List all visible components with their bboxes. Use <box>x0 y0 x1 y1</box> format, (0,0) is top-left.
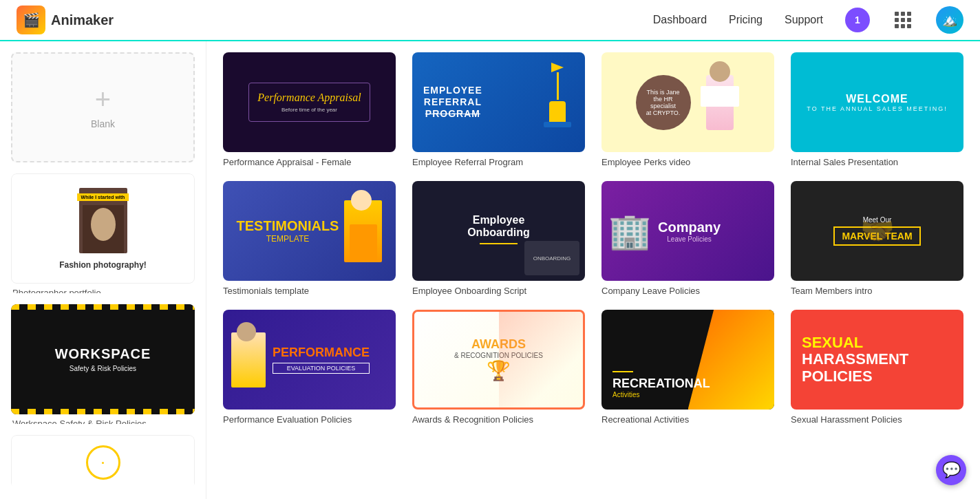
perks-figure <box>699 68 741 137</box>
template-grid-area: Preview Use Performance Appraisal Before… <box>206 41 980 499</box>
photographer-label: Photographer portfolio <box>11 288 195 293</box>
workspace-title: WORKSPACE <box>55 346 151 362</box>
template-thumb-marvel-team[interactable]: Preview Use Meet Our MARVEL TEAM 🤝 <box>791 181 963 281</box>
company-leave-content: 🏢 Company Leave Policies <box>601 207 774 255</box>
notification-badge[interactable]: 1 <box>845 8 870 32</box>
template-name-perf-eval: Performance Evaluation Policies <box>223 414 396 425</box>
notification-icon[interactable]: 1 <box>845 8 870 32</box>
onboarding-img: ONBOARDING <box>524 241 579 275</box>
template-name-testimonials: Testimonials template <box>223 286 396 296</box>
template-item-perf-appraisal[interactable]: Preview Use Performance Appraisal Before… <box>223 52 396 167</box>
workspace-sub: Safety & Risk Policies <box>70 365 136 372</box>
template-item-testimonials[interactable]: Preview Use TESTIMONIALS TEMPLATE <box>223 181 396 296</box>
perf-appraisal-title: Performance Appraisal <box>257 92 361 104</box>
recreational-title: RECREATIONAL <box>612 376 710 391</box>
template-item-company-leave[interactable]: Preview Use 🏢 Company Leave Policies Com… <box>601 181 774 296</box>
workspace-label: Workspace Safety & Risk Policies <box>11 418 195 424</box>
perf-eval-text: PERFORMANCE EVALUATION POLICIES <box>273 346 370 374</box>
onboarding-title: EmployeeOnboarding <box>467 214 530 239</box>
perf-eval-content: PERFORMANCE EVALUATION POLICIES <box>223 324 396 396</box>
internal-sales-content: WELCOME TO THE ANNUAL SALES MEETING! <box>796 82 958 123</box>
awards-accent <box>499 312 584 407</box>
testimonials-figure <box>344 200 382 262</box>
workspace-stripes-bottom <box>11 409 195 414</box>
workspace-stripes-top <box>11 304 195 310</box>
emp-figure <box>544 63 571 127</box>
testimonials-sub: TEMPLATE <box>231 234 344 244</box>
onboarding-line <box>480 243 517 244</box>
avatar[interactable]: 🏔️ <box>936 6 963 34</box>
blank-card[interactable]: + Blank <box>11 52 195 162</box>
template-name-internal-sales: Internal Sales Presentation <box>791 157 963 167</box>
photographer-thumb: While I started with Fashion photography… <box>11 173 195 284</box>
chat-bubble[interactable]: 💬 <box>936 455 966 485</box>
template-name-sexual-harassment: Sexual Harassment Policies <box>791 414 963 425</box>
template-item-employee-referral[interactable]: Preview Use EMPLOYEEREFERRALPROGRAM Empl… <box>412 52 585 167</box>
template-item-awards[interactable]: Preview Use AWARDS & RECOGNITION POLICIE… <box>412 310 585 425</box>
nav-support[interactable]: Support <box>785 14 823 26</box>
internal-sales-sub: TO THE ANNUAL SALES MEETING! <box>807 105 947 112</box>
template-name-awards: Awards & Recognition Policies <box>412 414 585 425</box>
template-thumb-onboarding[interactable]: Preview Use EmployeeOnboarding ONBOARDIN… <box>412 181 585 281</box>
template-item-marvel-team[interactable]: Preview Use Meet Our MARVEL TEAM 🤝 Team … <box>791 181 963 296</box>
perf-eval-title: PERFORMANCE <box>273 346 370 360</box>
apps-grid-icon[interactable] <box>892 9 914 31</box>
sidebar-item-workspace[interactable]: WORKSPACE Safety & Risk Policies Workspa… <box>11 304 195 424</box>
blank-card-inner[interactable]: + Blank <box>11 52 195 162</box>
perf-appraisal-subtitle: Before time of the year <box>257 107 361 113</box>
perf-eval-sub: EVALUATION POLICIES <box>273 363 370 374</box>
sidebar-item-partial[interactable] <box>11 435 195 488</box>
recreational-line <box>612 371 633 372</box>
template-thumb-employee-referral[interactable]: Preview Use EMPLOYEEREFERRALPROGRAM <box>412 52 585 152</box>
marvel-hands-bg: 🤝 <box>791 181 963 281</box>
internal-sales-title: WELCOME <box>807 93 947 105</box>
plus-icon: + <box>95 85 111 113</box>
building-icon: 🏢 <box>608 214 651 248</box>
company-leave-sub: Leave Policies <box>658 235 721 243</box>
flag-pole <box>557 72 559 100</box>
recreational-sub: Activities <box>612 391 710 399</box>
sexual-harassment-title: SEXUALHARASSMENTPOLICIES <box>802 335 908 385</box>
template-item-perf-eval[interactable]: Preview Use PERFORMANCE EVALUATION POLIC… <box>223 310 396 425</box>
sidebar: + Blank While I started with Fashion pho… <box>0 41 206 499</box>
nav-pricing[interactable]: Pricing <box>729 14 763 26</box>
sexual-harassment-content: SEXUALHARASSMENTPOLICIES <box>802 335 908 385</box>
template-thumb-perf-eval[interactable]: Preview Use PERFORMANCE EVALUATION POLIC… <box>223 310 396 410</box>
template-name-onboarding: Employee Onboarding Script <box>412 286 585 296</box>
template-name-marvel-team: Team Members intro <box>791 286 963 296</box>
template-item-sexual-harassment[interactable]: Preview Use SEXUALHARASSMENTPOLICIES Sex… <box>791 310 963 425</box>
header: 🎬 Animaker Dashboard Pricing Support 1 🏔… <box>0 0 980 41</box>
template-thumb-company-leave[interactable]: Preview Use 🏢 Company Leave Policies <box>601 181 774 281</box>
template-thumb-awards[interactable]: Preview Use AWARDS & RECOGNITION POLICIE… <box>412 310 585 410</box>
logo-text: Animaker <box>51 12 114 28</box>
template-name-recreational: Recreational Activities <box>601 414 774 425</box>
template-thumb-internal-sales[interactable]: Preview Use WELCOME TO THE ANNUAL SALES … <box>791 52 963 152</box>
template-item-internal-sales[interactable]: Preview Use WELCOME TO THE ANNUAL SALES … <box>791 52 963 167</box>
sidebar-item-photographer[interactable]: While I started with Fashion photography… <box>11 173 195 293</box>
template-thumb-perf-appraisal[interactable]: Preview Use Performance Appraisal Before… <box>223 52 396 152</box>
template-name-perf-appraisal: Performance Appraisal - Female <box>223 157 396 167</box>
perf-appraisal-content: Performance Appraisal Before time of the… <box>248 83 370 122</box>
company-leave-title: Company <box>658 220 721 235</box>
template-name-employee-referral: Employee Referral Program <box>412 157 585 167</box>
perks-content: This is Janethe HR specialistat CRYPTO. <box>636 68 741 137</box>
recreational-content: RECREATIONAL Activities <box>612 371 710 399</box>
perf-eval-figure <box>231 332 266 387</box>
perks-bubble: This is Janethe HR specialistat CRYPTO. <box>636 75 691 130</box>
template-thumb-recreational[interactable]: Preview Use RECREATIONAL Activities <box>601 310 774 410</box>
nav-dashboard[interactable]: Dashboard <box>653 14 707 26</box>
template-thumb-employee-perks[interactable]: Preview Use This is Janethe HR specialis… <box>601 52 774 152</box>
template-name-company-leave: Company Leave Policies <box>601 286 774 296</box>
nav-links: Dashboard Pricing Support 1 🏔️ <box>653 6 963 34</box>
company-leave-text: Company Leave Policies <box>658 220 721 243</box>
template-item-recreational[interactable]: Preview Use RECREATIONAL Activities Recr… <box>601 310 774 425</box>
workspace-thumb: WORKSPACE Safety & Risk Policies <box>11 304 195 414</box>
template-item-onboarding[interactable]: Preview Use EmployeeOnboarding ONBOARDIN… <box>412 181 585 296</box>
template-item-employee-perks[interactable]: Preview Use This is Janethe HR specialis… <box>601 52 774 167</box>
template-grid: Preview Use Performance Appraisal Before… <box>223 52 963 425</box>
template-thumb-testimonials[interactable]: Preview Use TESTIMONIALS TEMPLATE <box>223 181 396 281</box>
logo-area: 🎬 Animaker <box>17 6 114 34</box>
animaker-logo-icon: 🎬 <box>17 6 45 34</box>
testimonials-title: TESTIMONIALS <box>231 218 344 234</box>
template-thumb-sexual-harassment[interactable]: Preview Use SEXUALHARASSMENTPOLICIES <box>791 310 963 410</box>
